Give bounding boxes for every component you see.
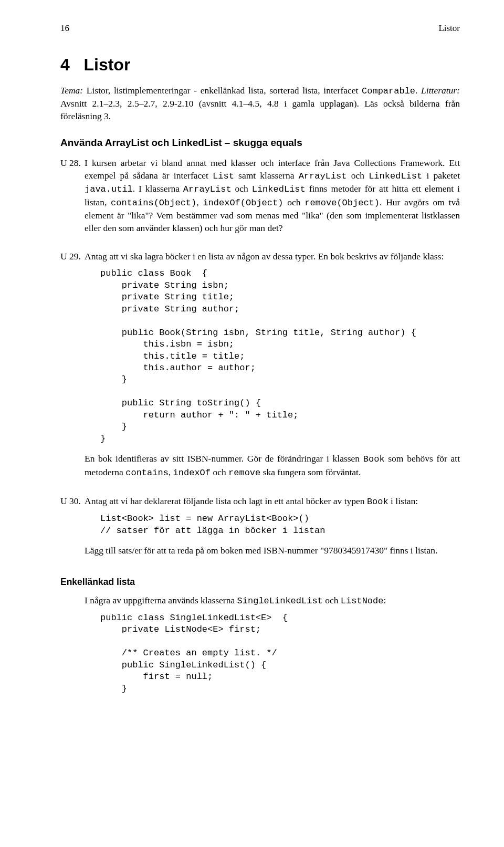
running-head: Listor [438,22,460,34]
exercise-label: U 28. [60,156,85,169]
exercise-u30: U 30. Antag att vi har deklarerat följan… [60,495,460,562]
exercise-body: I kursen arbetar vi bland annat med klas… [85,156,460,240]
u30-intro: Antag att vi har deklarerat följande lis… [85,495,460,508]
tema-text: Listor, listimplementeringar - enkellänk… [87,85,362,96]
code-comparable: Comparable [362,86,415,96]
section-heading-enkellankad: Enkellänkad lista [60,576,460,588]
section-heading-arraylist: Använda ArrayList och LinkedList – skugg… [60,136,460,150]
page: 16 Listor 4 Listor Tema: Listor, listimp… [0,0,504,847]
u29-followup: En bok identifieras av sitt ISBN-nummer.… [85,452,460,479]
chapter-number: 4 [60,55,70,74]
sll-code-block: public class SingleLinkedList<E> { priva… [85,612,460,695]
page-header: 16 Listor [60,22,460,34]
exercise-u28: U 28. I kursen arbetar vi bland annat me… [60,156,460,240]
u30-followup: Lägg till sats/er för att ta reda på om … [85,544,460,557]
section-2-wrapper: Enkellänkad lista I några av uppgifterna… [85,576,460,695]
litteratur-label: Litteratur: [421,85,460,96]
tema-paragraph: Tema: Listor, listimplementeringar - enk… [60,84,460,123]
u28-paragraph: I kursen arbetar vi bland annat med klas… [85,156,460,235]
u29-intro: Antag att vi ska lagra böcker i en lista… [85,250,460,263]
tema-label: Tema: [60,85,83,96]
u29-code-block: public class Book { private String isbn;… [85,268,460,445]
section2-intro: I några av uppgifterna används klasserna… [85,594,460,607]
chapter-title: Listor [83,55,130,74]
exercise-body: Antag att vi ska lagra böcker i en lista… [85,250,460,484]
page-number: 16 [60,22,69,34]
exercise-body: Antag att vi har deklarerat följande lis… [85,495,460,562]
litteratur-text: Avsnitt 2.1–2.3, 2.5–2.7, 2.9-2.10 (avsn… [60,98,460,121]
u30-code-block: List<Book> list = new ArrayList<Book>() … [85,513,460,537]
exercise-label: U 29. [60,250,85,263]
exercise-label: U 30. [60,495,85,507]
chapter-heading: 4 Listor [60,53,460,76]
exercise-u29: U 29. Antag att vi ska lagra böcker i en… [60,250,460,484]
